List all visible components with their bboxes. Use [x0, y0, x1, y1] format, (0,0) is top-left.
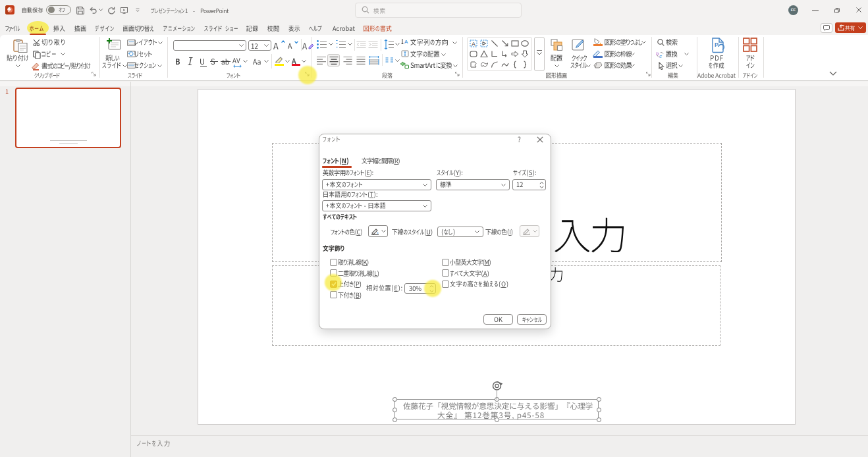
svg-text:A: A — [472, 41, 475, 47]
svg-text:P: P — [715, 41, 719, 48]
svg-text:A: A — [404, 39, 408, 45]
svg-text:c: c — [659, 53, 662, 59]
